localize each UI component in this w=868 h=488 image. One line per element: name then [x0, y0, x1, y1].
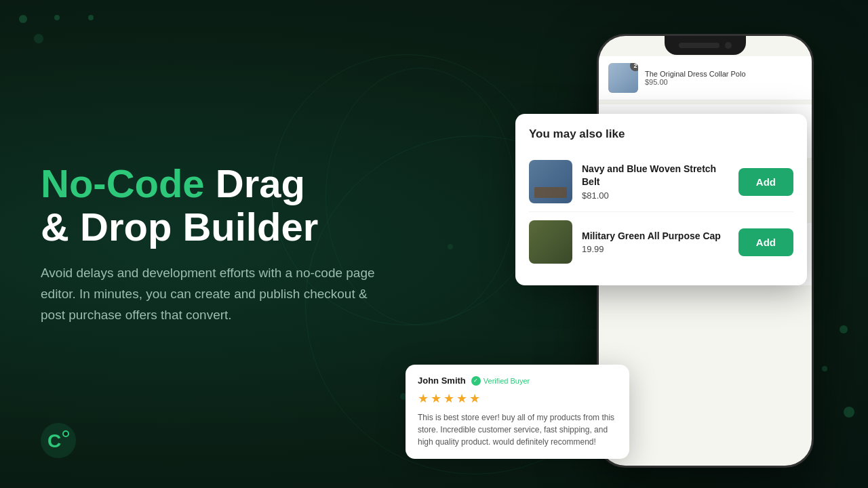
reviewer-header: John Smith ✓ Verified Buyer — [418, 375, 617, 386]
left-panel: No-Code Drag & Drop Builder Avoid delays… — [41, 0, 434, 488]
headline-drag: Drag — [216, 161, 305, 205]
logo: C — [41, 423, 76, 461]
belt-product-info: Navy and Blue Woven Stretch Belt $81.00 — [582, 163, 729, 201]
svg-point-3 — [64, 432, 68, 436]
star-5: ★ — [469, 391, 480, 406]
belt-product-name: Navy and Blue Woven Stretch Belt — [582, 163, 729, 188]
subtitle-text: Avoid delays and development efforts wit… — [41, 262, 393, 326]
headline: No-Code Drag & Drop Builder — [41, 162, 434, 249]
headline-nocode: No-Code — [41, 161, 205, 205]
polo-item-img: 2 — [608, 63, 638, 93]
you-may-also-like-popup: You may also like Navy and Blue Woven St… — [515, 114, 807, 285]
svg-text:C: C — [47, 430, 61, 451]
polo-item-price: $95.00 — [645, 78, 802, 86]
cap-add-button[interactable]: Add — [738, 228, 793, 256]
belt-add-button[interactable]: Add — [738, 168, 793, 196]
dot-1 — [19, 15, 27, 23]
headline-line2: & Drop Builder — [41, 205, 434, 249]
dot-9 — [448, 244, 453, 249]
cap-product-price: 19.99 — [582, 244, 729, 254]
dot-6 — [822, 366, 827, 371]
verified-icon: ✓ — [471, 376, 481, 386]
belt-product-img — [529, 160, 572, 203]
star-2: ★ — [431, 391, 441, 406]
notch-pill — [679, 43, 719, 48]
product-row-cap: Military Green All Purpose Cap 19.99 Add — [529, 212, 793, 272]
cap-product-img — [529, 220, 572, 264]
polo-item-info: The Original Dress Collar Polo $95.00 — [645, 70, 802, 86]
notch-dot — [725, 42, 732, 49]
product-row-belt: Navy and Blue Woven Stretch Belt $81.00 … — [529, 152, 793, 212]
star-4: ★ — [456, 391, 467, 406]
star-rating: ★ ★ ★ ★ ★ — [418, 391, 617, 406]
dot-7 — [844, 407, 854, 418]
verified-label: Verified Buyer — [484, 377, 530, 385]
belt-product-price: $81.00 — [582, 190, 729, 201]
cap-product-info: Military Green All Purpose Cap 19.99 — [582, 230, 729, 255]
polo-item-name: The Original Dress Collar Polo — [645, 70, 802, 78]
review-card: John Smith ✓ Verified Buyer ★ ★ ★ ★ ★ Th… — [406, 365, 629, 459]
phone-notch — [665, 36, 746, 55]
star-1: ★ — [418, 391, 429, 406]
review-text: This is best store ever! buy all of my p… — [418, 411, 617, 448]
cart-item-polo: 2 The Original Dress Collar Polo $95.00 — [599, 56, 812, 100]
verified-badge: ✓ Verified Buyer — [471, 376, 530, 386]
dot-5 — [840, 325, 848, 333]
popup-title: You may also like — [529, 127, 793, 141]
cap-product-name: Military Green All Purpose Cap — [582, 230, 729, 243]
reviewer-name: John Smith — [418, 375, 466, 386]
logo-icon: C — [41, 423, 76, 458]
star-3: ★ — [443, 391, 454, 406]
